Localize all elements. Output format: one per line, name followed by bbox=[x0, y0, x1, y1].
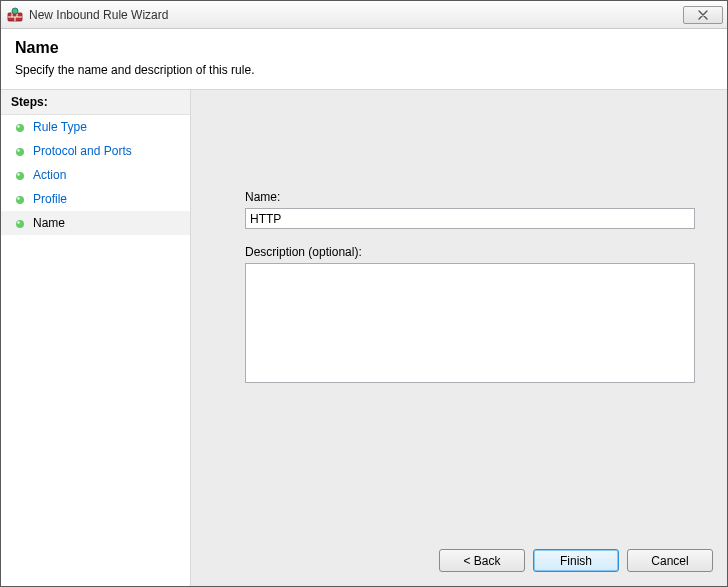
wizard-window: New Inbound Rule Wizard Name Specify the… bbox=[0, 0, 728, 587]
svg-point-12 bbox=[16, 196, 24, 204]
wizard-header: Name Specify the name and description of… bbox=[1, 29, 727, 90]
svg-point-10 bbox=[16, 172, 24, 180]
cancel-button[interactable]: Cancel bbox=[627, 549, 713, 572]
step-label: Profile bbox=[33, 192, 67, 206]
step-label: Protocol and Ports bbox=[33, 144, 132, 158]
titlebar: New Inbound Rule Wizard bbox=[1, 1, 727, 29]
name-label: Name: bbox=[245, 190, 701, 204]
step-rule-type[interactable]: Rule Type bbox=[1, 115, 190, 139]
description-label: Description (optional): bbox=[245, 245, 701, 259]
page-subtitle: Specify the name and description of this… bbox=[15, 63, 713, 77]
firewall-icon bbox=[7, 7, 23, 23]
step-name[interactable]: Name bbox=[1, 211, 190, 235]
close-button[interactable] bbox=[683, 6, 723, 24]
svg-point-15 bbox=[17, 221, 19, 223]
svg-point-9 bbox=[17, 149, 19, 151]
description-input[interactable] bbox=[245, 263, 695, 383]
description-field-row: Description (optional): bbox=[245, 245, 701, 386]
wizard-body: Steps: Rule Type Protocol and Ports Acti… bbox=[1, 90, 727, 586]
svg-point-7 bbox=[17, 125, 19, 127]
bullet-icon bbox=[15, 194, 25, 204]
step-label: Name bbox=[33, 216, 65, 230]
bullet-icon bbox=[15, 170, 25, 180]
name-field-row: Name: bbox=[245, 190, 701, 229]
page-title: Name bbox=[15, 39, 713, 57]
svg-point-11 bbox=[17, 173, 19, 175]
svg-point-14 bbox=[16, 220, 24, 228]
svg-point-8 bbox=[16, 148, 24, 156]
bullet-icon bbox=[15, 122, 25, 132]
svg-point-6 bbox=[16, 124, 24, 132]
step-protocol-ports[interactable]: Protocol and Ports bbox=[1, 139, 190, 163]
svg-point-5 bbox=[12, 8, 18, 14]
steps-heading: Steps: bbox=[1, 90, 190, 115]
step-profile[interactable]: Profile bbox=[1, 187, 190, 211]
bullet-icon bbox=[15, 146, 25, 156]
wizard-main: Name: Description (optional): < Back Fin… bbox=[191, 90, 727, 586]
wizard-footer: < Back Finish Cancel bbox=[439, 549, 713, 572]
finish-button[interactable]: Finish bbox=[533, 549, 619, 572]
name-input[interactable] bbox=[245, 208, 695, 229]
step-action[interactable]: Action bbox=[1, 163, 190, 187]
back-button[interactable]: < Back bbox=[439, 549, 525, 572]
svg-point-13 bbox=[17, 197, 19, 199]
steps-sidebar: Steps: Rule Type Protocol and Ports Acti… bbox=[1, 90, 191, 586]
step-label: Rule Type bbox=[33, 120, 87, 134]
window-title: New Inbound Rule Wizard bbox=[29, 8, 677, 22]
bullet-icon bbox=[15, 218, 25, 228]
step-label: Action bbox=[33, 168, 66, 182]
